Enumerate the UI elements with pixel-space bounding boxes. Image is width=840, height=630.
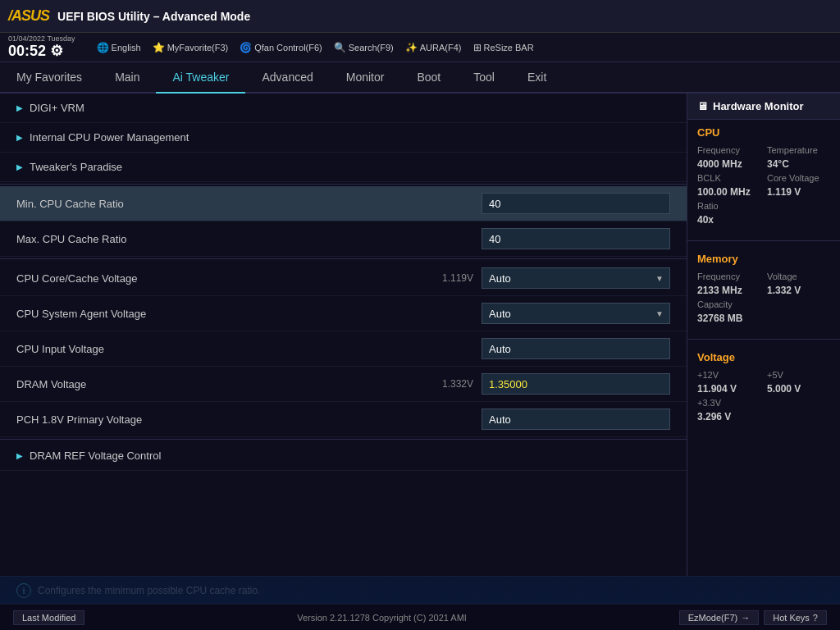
aura-label: AURA(F4) — [420, 43, 462, 52]
nav-main-label: Main — [115, 71, 139, 84]
hw-cpu-freq-label: Frequency — [697, 145, 760, 155]
arrow-icon: ▶ — [16, 162, 23, 171]
cpu-system-agent-label: CPU System Agent Voltage — [16, 308, 482, 320]
aura-btn[interactable]: ✨ AURA(F4) — [405, 42, 462, 53]
footer: Last Modified Version 2.21.1278 Copyrigh… — [0, 604, 840, 630]
globe-icon: 🌐 — [97, 42, 109, 53]
language-selector[interactable]: 🌐 English — [97, 42, 141, 53]
hot-keys-btn[interactable]: Hot Keys ? — [764, 610, 827, 625]
hot-keys-label: Hot Keys — [773, 613, 810, 623]
hw-divider-2 — [687, 339, 840, 340]
digi-vrm-section[interactable]: ▶ DIGI+ VRM — [0, 94, 687, 123]
header: /ASUS UEFI BIOS Utility – Advanced Mode — [0, 0, 840, 33]
min-cpu-cache-ratio-row[interactable]: Min. CPU Cache Ratio — [0, 186, 687, 221]
hw-mem-voltage-value: 1.332 V — [767, 285, 830, 296]
language-label: English — [112, 43, 141, 52]
bios-settings-panel: ▶ DIGI+ VRM ▶ Internal CPU Power Managem… — [0, 94, 687, 576]
hw-5v-value: 5.000 V — [767, 383, 830, 395]
nav-monitor-label: Monitor — [346, 71, 385, 84]
hw-monitor-title: Hardware Monitor — [713, 100, 804, 112]
qfan-label: Qfan Control(F6) — [254, 43, 322, 52]
cpu-core-voltage-wrapper: Auto — [482, 267, 670, 289]
nav-exit[interactable]: Exit — [511, 62, 563, 94]
dram-voltage-row[interactable]: DRAM Voltage 1.332V — [0, 367, 687, 402]
hw-divider-1 — [687, 240, 840, 241]
last-modified-btn[interactable]: Last Modified — [13, 610, 84, 625]
nav-tool[interactable]: Tool — [457, 62, 511, 94]
pch-voltage-input[interactable] — [482, 409, 670, 430]
max-cpu-cache-label: Max. CPU Cache Ratio — [16, 233, 482, 245]
search-btn[interactable]: 🔍 Search(F9) — [334, 42, 394, 53]
cpu-power-mgmt-section[interactable]: ▶ Internal CPU Power Management — [0, 123, 687, 153]
toolbar: 01/04/2022 Tuesday 00:52 ⚙ 🌐 English ⭐ M… — [0, 33, 840, 62]
hw-cpu-grid2: BCLK Core Voltage 100.00 MHz 1.119 V — [697, 173, 830, 198]
hw-33v-value: 3.296 V — [697, 411, 760, 422]
nav-boot[interactable]: Boot — [400, 62, 457, 94]
arrow-icon: ▶ — [16, 103, 23, 112]
hw-capacity-value: 32768 MB — [697, 313, 760, 324]
my-favorite-btn[interactable]: ⭐ MyFavorite(F3) — [153, 42, 229, 53]
min-cpu-cache-input[interactable] — [482, 193, 670, 214]
last-modified-label: Last Modified — [22, 613, 75, 623]
qfan-control-btn[interactable]: 🌀 Qfan Control(F6) — [240, 42, 322, 53]
cpu-input-voltage-row[interactable]: CPU Input Voltage — [0, 331, 687, 367]
info-bar: i Configures the minimum possible CPU ca… — [0, 576, 840, 604]
dram-voltage-current: 1.332V — [442, 378, 473, 390]
hw-memory-grid: Frequency Voltage 2133 MHz 1.332 V — [697, 272, 830, 296]
hw-12v-value: 11.904 V — [697, 383, 760, 395]
dram-voltage-label: DRAM Voltage — [16, 378, 442, 390]
ez-mode-arrow-icon: → — [741, 613, 750, 623]
pch-voltage-row[interactable]: PCH 1.8V Primary Voltage — [0, 402, 687, 437]
hw-5v-label: +5V — [767, 370, 830, 380]
search-label: Search(F9) — [349, 43, 394, 52]
tweakers-paradise-section[interactable]: ▶ Tweaker's Paradise — [0, 153, 687, 182]
cpu-core-voltage-select[interactable]: Auto — [482, 267, 670, 289]
cpu-system-agent-select[interactable]: Auto — [482, 303, 670, 324]
nav-ai-tweaker-label: Ai Tweaker — [172, 71, 229, 84]
hw-cpu-section: CPU Frequency Temperature 4000 MHz 34°C … — [687, 120, 840, 235]
hw-voltage-title: Voltage — [697, 351, 830, 363]
hw-cpu-temp-value: 34°C — [767, 158, 830, 170]
nav-my-favorites-label: My Favorites — [16, 71, 82, 84]
hw-monitor-header: 🖥 Hardware Monitor — [687, 94, 840, 120]
nav-main[interactable]: Main — [98, 62, 156, 94]
dram-voltage-input[interactable] — [482, 373, 670, 395]
dram-ref-voltage-section[interactable]: ▶ DRAM REF Voltage Control — [0, 441, 687, 471]
divider-3 — [0, 439, 687, 440]
hw-bclk-label: BCLK — [697, 173, 760, 183]
nav-exit-label: Exit — [527, 71, 546, 84]
hw-ratio-label: Ratio — [697, 201, 760, 211]
divider-2 — [0, 258, 687, 259]
question-icon: ? — [813, 613, 818, 623]
max-cpu-cache-ratio-row[interactable]: Max. CPU Cache Ratio — [0, 221, 687, 257]
arrow-icon: ▶ — [16, 133, 23, 142]
hw-ratio-value: 40x — [697, 214, 760, 226]
cpu-system-agent-voltage-row[interactable]: CPU System Agent Voltage Auto — [0, 296, 687, 331]
cpu-input-voltage-input[interactable] — [482, 338, 670, 359]
main-nav: My Favorites Main Ai Tweaker Advanced Mo… — [0, 62, 840, 94]
nav-advanced[interactable]: Advanced — [245, 62, 329, 94]
nav-tool-label: Tool — [473, 71, 495, 84]
star-icon: ⭐ — [153, 42, 165, 53]
pch-voltage-label: PCH 1.8V Primary Voltage — [16, 413, 482, 426]
hw-mem-freq-value: 2133 MHz — [697, 285, 760, 296]
ez-mode-btn[interactable]: EzMode(F7) → — [679, 610, 760, 625]
hw-cpu-title: CPU — [697, 126, 830, 139]
resize-bar-btn[interactable]: ⊞ ReSize BAR — [473, 42, 534, 53]
hw-core-voltage-value: 1.119 V — [767, 186, 830, 198]
content-area: ▶ DIGI+ VRM ▶ Internal CPU Power Managem… — [0, 94, 840, 576]
hw-memory-grid2: Capacity 32768 MB — [697, 299, 830, 324]
cpu-core-cache-voltage-row[interactable]: CPU Core/Cache Voltage 1.119V Auto — [0, 261, 687, 296]
info-icon: i — [16, 583, 31, 598]
nav-boot-label: Boot — [417, 71, 441, 84]
nav-ai-tweaker[interactable]: Ai Tweaker — [156, 62, 245, 94]
ez-mode-label: EzMode(F7) — [688, 613, 738, 623]
digi-vrm-label: DIGI+ VRM — [30, 102, 670, 114]
hw-voltage-section: Voltage +12V +5V 11.904 V 5.000 V +3.3V … — [687, 345, 840, 432]
cpu-core-voltage-current: 1.119V — [442, 272, 473, 284]
nav-monitor[interactable]: Monitor — [330, 62, 401, 94]
max-cpu-cache-input[interactable] — [482, 228, 670, 249]
nav-my-favorites[interactable]: My Favorites — [0, 62, 98, 94]
hw-core-voltage-label: Core Voltage — [767, 173, 830, 183]
hw-voltage-grid2: +3.3V 3.296 V — [697, 398, 830, 422]
